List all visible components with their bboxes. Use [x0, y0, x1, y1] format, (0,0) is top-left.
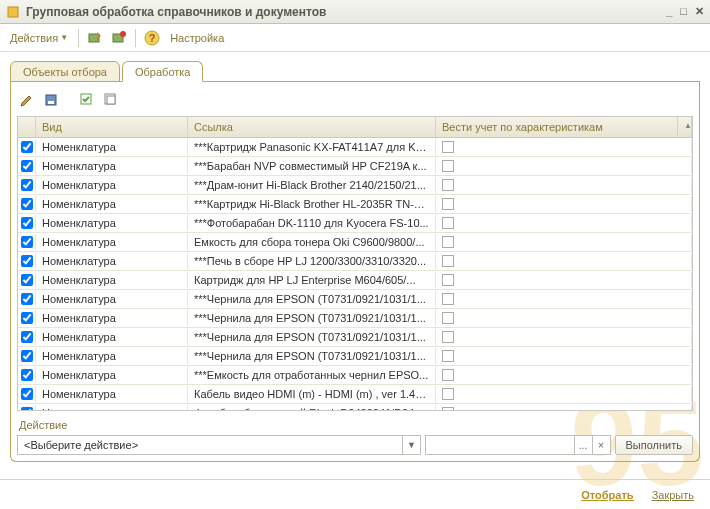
row-link: ***Картридж Panasonic KX-FAT411A7 для KX…: [188, 139, 436, 155]
table-row[interactable]: НоменклатураКартридж для HP LJ Enterpris…: [18, 271, 692, 290]
row-checkbox[interactable]: [21, 407, 33, 410]
row-checkbox[interactable]: [21, 141, 33, 153]
select-button[interactable]: Отобрать: [581, 489, 633, 501]
svg-point-3: [120, 31, 126, 37]
row-char[interactable]: [436, 348, 692, 364]
row-checkbox[interactable]: [21, 198, 33, 210]
row-type: Номенклатура: [36, 139, 188, 155]
row-link: ***Чернила для EPSON (T0731/0921/1031/1.…: [188, 329, 436, 345]
svg-rect-7: [48, 101, 54, 104]
action-combo-value: <Выберите действие>: [18, 439, 402, 451]
action-label: Действие: [17, 411, 693, 435]
row-char[interactable]: [436, 158, 692, 174]
grid-toolbar: [17, 88, 693, 116]
tab-processing[interactable]: Обработка: [122, 61, 203, 82]
row-type: Номенклатура: [36, 272, 188, 288]
grid-body[interactable]: Номенклатура***Картридж Panasonic KX-FAT…: [18, 138, 692, 410]
table-row[interactable]: Номенклатура***Барабан NVP совместимый H…: [18, 157, 692, 176]
row-type: Номенклатура: [36, 177, 188, 193]
row-type: Номенклатура: [36, 348, 188, 364]
row-char[interactable]: [436, 215, 692, 231]
row-link: ***Емкость для отработанных чернил EPSO.…: [188, 367, 436, 383]
row-checkbox[interactable]: [21, 255, 33, 267]
close-button[interactable]: ✕: [695, 5, 704, 18]
processing-panel: Вид Ссылка Вести учет по характеристикам…: [10, 82, 700, 462]
col-link[interactable]: Ссылка: [188, 117, 436, 137]
row-checkbox[interactable]: [21, 350, 33, 362]
row-type: Номенклатура: [36, 196, 188, 212]
col-type[interactable]: Вид: [36, 117, 188, 137]
row-link: Картридж для HP LJ Enterprise M604/605/.…: [188, 272, 436, 288]
row-checkbox[interactable]: [21, 179, 33, 191]
save-icon[interactable]: [41, 90, 61, 110]
row-checkbox[interactable]: [21, 369, 33, 381]
tab-selection[interactable]: Объекты отбора: [10, 61, 120, 82]
row-char[interactable]: [436, 405, 692, 410]
row-checkbox[interactable]: [21, 160, 33, 172]
row-checkbox[interactable]: [21, 331, 33, 343]
row-char[interactable]: [436, 386, 692, 402]
row-char[interactable]: [436, 177, 692, 193]
row-checkbox[interactable]: [21, 217, 33, 229]
row-type: Номенклатура: [36, 253, 188, 269]
settings-link[interactable]: Настройка: [166, 30, 228, 46]
tabs: Объекты отбора Обработка: [10, 58, 700, 82]
row-checkbox[interactable]: [21, 236, 33, 248]
row-type: Номенклатура: [36, 158, 188, 174]
col-char[interactable]: Вести учет по характеристикам: [436, 117, 678, 137]
app-icon: [6, 5, 20, 19]
row-link: ***Барабан NVP совместимый HP CF219A к..…: [188, 158, 436, 174]
table-row[interactable]: Номенклатура***Чернила для EPSON (T0731/…: [18, 309, 692, 328]
table-row[interactable]: Номенклатура***Чернила для EPSON (T0731/…: [18, 347, 692, 366]
check-all-icon[interactable]: [77, 90, 97, 110]
maximize-button[interactable]: □: [680, 5, 687, 18]
row-type: Номенклатура: [36, 405, 188, 410]
row-type: Номенклатура: [36, 215, 188, 231]
table-row[interactable]: Номенклатура***Фотобарабан DK-1110 для K…: [18, 214, 692, 233]
table-row[interactable]: НоменклатураКабель видео HDMI (m) - HDMI…: [18, 385, 692, 404]
value-input[interactable]: ... ×: [425, 435, 611, 455]
minimize-button[interactable]: _: [666, 5, 672, 18]
row-type: Номенклатура: [36, 329, 188, 345]
table-row[interactable]: Номенклатура***Картридж Panasonic KX-FAT…: [18, 138, 692, 157]
execute-button[interactable]: Выполнить: [615, 435, 693, 455]
table-row[interactable]: Номенклатура***Чернила для EPSON (T0731/…: [18, 290, 692, 309]
row-checkbox[interactable]: [21, 312, 33, 324]
row-char[interactable]: [436, 139, 692, 155]
row-checkbox[interactable]: [21, 388, 33, 400]
window-title: Групповая обработка справочников и докум…: [26, 5, 666, 19]
chevron-down-icon[interactable]: ▼: [402, 436, 420, 454]
toolbar-icon-2[interactable]: [109, 28, 129, 48]
row-checkbox[interactable]: [21, 274, 33, 286]
row-char[interactable]: [436, 272, 692, 288]
table-row[interactable]: Номенклатура***Чернила для EPSON (T0731/…: [18, 328, 692, 347]
scroll-up-icon[interactable]: ▲: [678, 117, 692, 137]
actions-menu[interactable]: Действия▼: [6, 30, 72, 46]
toolbar-icon-1[interactable]: [85, 28, 105, 48]
uncheck-all-icon[interactable]: [101, 90, 121, 110]
row-char[interactable]: [436, 310, 692, 326]
row-char[interactable]: [436, 367, 692, 383]
row-link: Кабель видео HDMI (m) - HDMI (m) , ver 1…: [188, 386, 436, 402]
edit-icon[interactable]: [17, 90, 37, 110]
row-char[interactable]: [436, 329, 692, 345]
table-row[interactable]: Номенклатура***Печь в сборе HP LJ 1200/3…: [18, 252, 692, 271]
row-char[interactable]: [436, 253, 692, 269]
table-row[interactable]: НоменклатураФотобарабан цветной Ricoh D2…: [18, 404, 692, 410]
table-row[interactable]: Номенклатура***Картридж Hi-Black Brother…: [18, 195, 692, 214]
table-row[interactable]: Номенклатура***Емкость для отработанных …: [18, 366, 692, 385]
row-char[interactable]: [436, 196, 692, 212]
row-char[interactable]: [436, 291, 692, 307]
clear-button[interactable]: ×: [592, 436, 610, 454]
table-row[interactable]: Номенклатура***Драм-юнит Hi-Black Brothe…: [18, 176, 692, 195]
table-row[interactable]: НоменклатураЕмкость для сбора тонера Oki…: [18, 233, 692, 252]
row-char[interactable]: [436, 234, 692, 250]
action-combo[interactable]: <Выберите действие> ▼: [17, 435, 421, 455]
close-link[interactable]: Закрыть: [652, 489, 694, 501]
row-link: ***Картридж Hi-Black Brother HL-2035R TN…: [188, 196, 436, 212]
row-type: Номенклатура: [36, 291, 188, 307]
row-checkbox[interactable]: [21, 293, 33, 305]
help-icon[interactable]: ?: [142, 28, 162, 48]
browse-button[interactable]: ...: [574, 436, 592, 454]
row-link: Фотобарабан цветной Ricoh D2422241/D24..…: [188, 405, 436, 410]
